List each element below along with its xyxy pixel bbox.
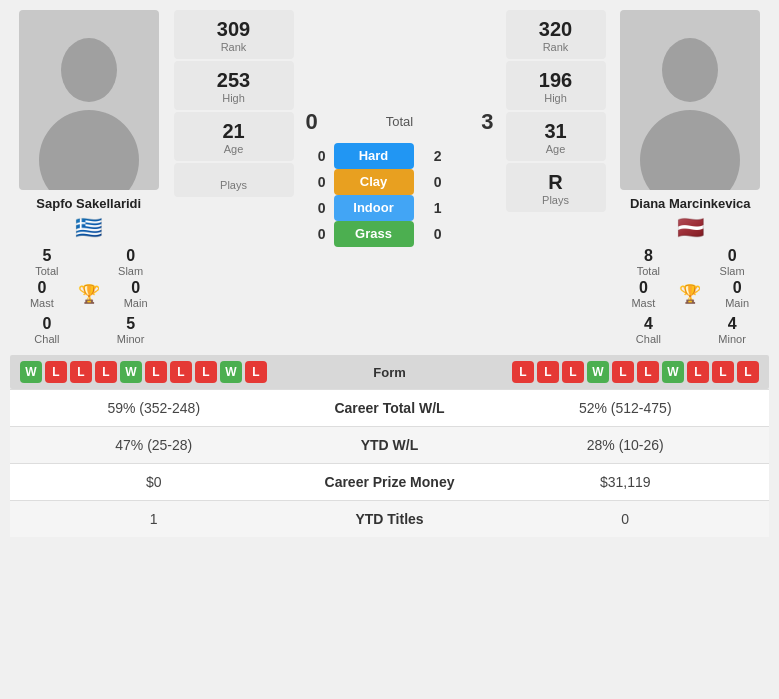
player2-rank-box: 320 Rank xyxy=(506,10,606,59)
svg-point-3 xyxy=(640,110,740,190)
surface-row-indoor: 0 Indoor 1 xyxy=(306,195,494,221)
stats-row: 59% (352-248) Career Total W/L 52% (512-… xyxy=(10,389,769,426)
right-stats-panel: 320 Rank 196 High 31 Age R Plays xyxy=(506,10,606,345)
player2-age-box: 31 Age xyxy=(506,112,606,161)
stats-row-center-0: Career Total W/L xyxy=(290,400,490,416)
player1-chall: 0 Chall xyxy=(10,315,84,345)
player2-main: 0 Main xyxy=(705,279,769,309)
player2-plays-box: R Plays xyxy=(506,163,606,212)
total-row: 0 Total 3 xyxy=(306,109,494,135)
player1-stats: 5 Total 0 Slam xyxy=(10,247,168,277)
surface-score-left: 0 xyxy=(306,200,326,216)
player1-total: 5 Total xyxy=(10,247,84,277)
player1-extra-stats: 0 Chall 5 Minor xyxy=(10,315,168,345)
surface-score-right: 0 xyxy=(422,174,442,190)
form-badge: L xyxy=(712,361,734,383)
svg-point-1 xyxy=(39,110,139,190)
stats-row-center-1: YTD W/L xyxy=(290,437,490,453)
surface-button-indoor[interactable]: Indoor xyxy=(334,195,414,221)
trophy-icon-left: 🏆 xyxy=(78,283,100,305)
player2-slam: 0 Slam xyxy=(695,247,769,277)
surface-score-left: 0 xyxy=(306,148,326,164)
player2-total: 8 Total xyxy=(612,247,686,277)
surface-row-clay: 0 Clay 0 xyxy=(306,169,494,195)
player1-slam: 0 Slam xyxy=(94,247,168,277)
form-label: Form xyxy=(350,365,430,380)
stats-row: $0 Career Prize Money $31,119 xyxy=(10,463,769,500)
player1-name: Sapfo Sakellaridi xyxy=(36,196,141,211)
surface-score-left: 0 xyxy=(306,226,326,242)
player1-rank-box: 309 Rank xyxy=(174,10,294,59)
player1-high-box: 253 High xyxy=(174,61,294,110)
player1-main: 0 Main xyxy=(104,279,168,309)
surface-score-right: 1 xyxy=(422,200,442,216)
player1-mast: 0 Mast xyxy=(10,279,74,309)
player2-card: Diana Marcinkevica 🇱🇻 8 Total 0 Slam 0 M… xyxy=(612,10,770,345)
stats-row-left-3: 1 xyxy=(18,511,290,527)
form-badge: L xyxy=(245,361,267,383)
player2-high-box: 196 High xyxy=(506,61,606,110)
svg-point-0 xyxy=(61,38,117,102)
player1-trophy-row: 0 Mast 🏆 0 Main xyxy=(10,279,168,309)
surface-rows-container: 0 Hard 2 0 Clay 0 0 Indoor 1 0 Grass 0 xyxy=(306,143,494,247)
surface-button-grass[interactable]: Grass xyxy=(334,221,414,247)
surface-button-hard[interactable]: Hard xyxy=(334,143,414,169)
surface-score-left: 0 xyxy=(306,174,326,190)
form-badge: L xyxy=(145,361,167,383)
stats-row: 1 YTD Titles 0 xyxy=(10,500,769,537)
surfaces-panel: 0 Total 3 0 Hard 2 0 Clay 0 0 Indoor 1 0… xyxy=(300,10,500,345)
player2-stats: 8 Total 0 Slam xyxy=(612,247,770,277)
surface-row-hard: 0 Hard 2 xyxy=(306,143,494,169)
form-badge: L xyxy=(95,361,117,383)
player2-mast: 0 Mast xyxy=(612,279,676,309)
form-badges-right: LLLWLLWLLL xyxy=(430,361,760,383)
form-badge: L xyxy=(737,361,759,383)
stats-row-right-0: 52% (512-475) xyxy=(490,400,762,416)
form-badge: L xyxy=(612,361,634,383)
player1-card: Sapfo Sakellaridi 🇬🇷 5 Total 0 Slam 0 Ma… xyxy=(10,10,168,345)
form-badge: L xyxy=(512,361,534,383)
stats-row: 47% (25-28) YTD W/L 28% (10-26) xyxy=(10,426,769,463)
form-badge: L xyxy=(195,361,217,383)
player2-extra-stats: 4 Chall 4 Minor xyxy=(612,315,770,345)
form-badge: W xyxy=(120,361,142,383)
player2-avatar xyxy=(620,10,760,190)
form-badge: L xyxy=(637,361,659,383)
form-badge: L xyxy=(537,361,559,383)
stats-row-right-3: 0 xyxy=(490,511,762,527)
stats-row-left-1: 47% (25-28) xyxy=(18,437,290,453)
form-badge: L xyxy=(687,361,709,383)
surface-score-right: 0 xyxy=(422,226,442,242)
stats-row-left-0: 59% (352-248) xyxy=(18,400,290,416)
stats-row-right-1: 28% (10-26) xyxy=(490,437,762,453)
top-section: Sapfo Sakellaridi 🇬🇷 5 Total 0 Slam 0 Ma… xyxy=(0,0,779,345)
stats-row-center-2: Career Prize Money xyxy=(290,474,490,490)
player2-chall: 4 Chall xyxy=(612,315,686,345)
form-badge: W xyxy=(220,361,242,383)
surface-button-clay[interactable]: Clay xyxy=(334,169,414,195)
surface-row-grass: 0 Grass 0 xyxy=(306,221,494,247)
player2-minor: 4 Minor xyxy=(695,315,769,345)
svg-point-2 xyxy=(662,38,718,102)
player1-minor: 5 Minor xyxy=(94,315,168,345)
page-container: Sapfo Sakellaridi 🇬🇷 5 Total 0 Slam 0 Ma… xyxy=(0,0,779,537)
player2-name: Diana Marcinkevica xyxy=(630,196,751,211)
player1-age-box: 21 Age xyxy=(174,112,294,161)
form-badge: W xyxy=(20,361,42,383)
player2-trophy-row: 0 Mast 🏆 0 Main xyxy=(612,279,770,309)
stats-row-right-2: $31,119 xyxy=(490,474,762,490)
stats-rows: 59% (352-248) Career Total W/L 52% (512-… xyxy=(10,389,769,537)
form-badge: L xyxy=(170,361,192,383)
form-badges-left: WLLLWLLLWL xyxy=(20,361,350,383)
form-section: WLLLWLLLWL Form LLLWLLWLLL xyxy=(10,355,769,389)
form-badge: L xyxy=(70,361,92,383)
form-badge: L xyxy=(45,361,67,383)
stats-row-center-3: YTD Titles xyxy=(290,511,490,527)
form-badge: L xyxy=(562,361,584,383)
form-badge: W xyxy=(587,361,609,383)
player1-avatar xyxy=(19,10,159,190)
trophy-icon-right: 🏆 xyxy=(679,283,701,305)
player1-flag: 🇬🇷 xyxy=(75,215,102,241)
form-badge: W xyxy=(662,361,684,383)
player1-plays-box: Plays xyxy=(174,163,294,197)
